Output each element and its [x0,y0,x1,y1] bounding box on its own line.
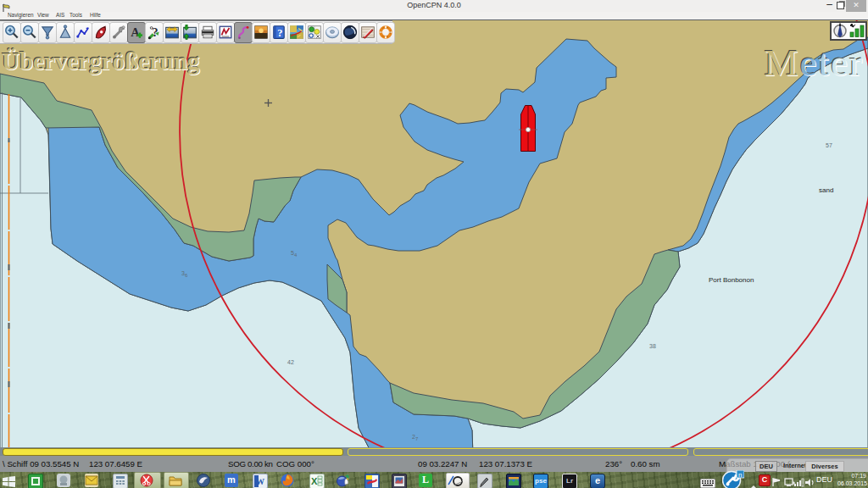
svg-text:Übervergrößerung: Übervergrößerung [2,47,200,75]
svg-text:X: X [311,476,318,486]
svg-text:38: 38 [649,343,656,349]
svg-text:W: W [256,477,264,486]
svg-text:n: n [738,471,742,479]
svg-text:?: ? [277,27,282,39]
svg-text:Meter: Meter [765,42,864,84]
svg-text:?: ? [152,25,158,39]
svg-text:Port Bonbonon: Port Bonbonon [709,276,754,284]
svg-text:sand: sand [819,186,833,194]
svg-text:57: 57 [826,142,832,148]
svg-text:A: A [131,25,140,39]
svg-text:42: 42 [287,359,294,365]
